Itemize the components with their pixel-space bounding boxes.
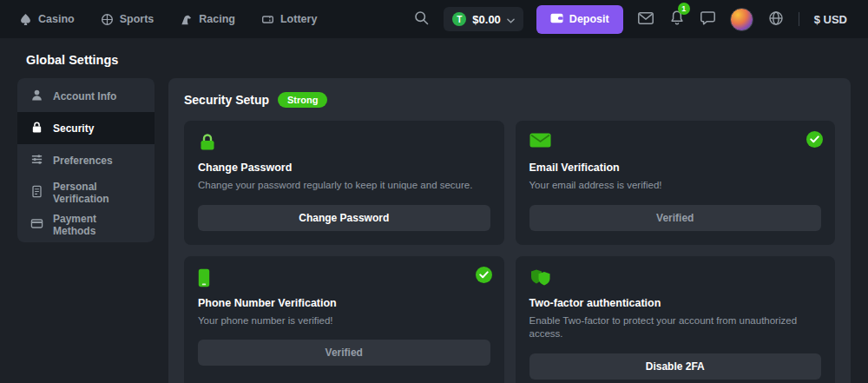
wallet-balance-selector[interactable]: T $0.00: [444, 7, 523, 31]
tether-coin-icon: T: [452, 12, 466, 26]
search-button[interactable]: [412, 9, 431, 30]
topbar: Casino Sports Racing Lottery: [0, 0, 868, 38]
person-icon: [30, 89, 43, 104]
security-panel: Security Setup Strong Change Password Ch…: [168, 78, 851, 383]
deposit-button[interactable]: Deposit: [536, 5, 623, 34]
card-description: Your email address is verified!: [529, 179, 822, 193]
card-title: Two-factor authentication: [529, 297, 822, 309]
shield-green-icon: [529, 268, 822, 287]
page-title: Global Settings: [26, 53, 868, 67]
inbox-button[interactable]: [636, 10, 655, 29]
casino-icon: [19, 13, 32, 26]
card-description: Change your password regularly to keep i…: [198, 179, 490, 193]
panel-header: Security Setup Strong: [184, 92, 835, 108]
lottery-icon: [261, 13, 274, 26]
security-cards: Change Password Change your password reg…: [184, 121, 835, 383]
topbar-right: T $0.00 Deposit 1: [412, 5, 849, 34]
lock-icon: [30, 121, 43, 136]
card-title: Change Password: [198, 162, 490, 174]
user-avatar[interactable]: [730, 8, 753, 31]
chat-icon: [700, 11, 715, 28]
email-verified-button[interactable]: Verified: [529, 205, 822, 231]
sidebar-item-security[interactable]: Security: [17, 112, 155, 144]
phone-green-icon: [198, 268, 490, 287]
email-verification-card: Email Verification Your email address is…: [516, 121, 836, 245]
main-nav: Casino Sports Racing Lottery: [19, 13, 317, 26]
sidebar-item-account-info[interactable]: Account Info: [17, 80, 155, 112]
search-icon: [414, 10, 429, 28]
nav-item-racing[interactable]: Racing: [180, 13, 235, 26]
sidebar-item-personal-verification[interactable]: Personal Verification: [17, 176, 155, 208]
envelope-green-icon: [529, 133, 822, 152]
verified-check-icon: [476, 267, 492, 283]
sidebar-item-preferences[interactable]: Preferences: [17, 144, 155, 176]
card-description: Your phone number is verified!: [198, 314, 490, 328]
verified-check-icon: [806, 131, 823, 148]
notifications-button[interactable]: 1: [668, 9, 686, 30]
sidebar-item-payment-methods[interactable]: Payment Methods: [17, 208, 155, 241]
phone-verification-card: Phone Number Verification Your phone num…: [184, 256, 504, 383]
card-icon: [30, 217, 43, 233]
notification-badge: 1: [678, 3, 690, 15]
strength-badge: Strong: [278, 92, 327, 108]
card-title: Phone Number Verification: [198, 297, 490, 309]
sports-icon: [101, 13, 114, 26]
change-password-card: Change Password Change your password reg…: [184, 121, 504, 245]
nav-item-casino[interactable]: Casino: [19, 13, 75, 26]
racing-icon: [180, 13, 193, 26]
currency-selector[interactable]: $ USD: [812, 11, 849, 28]
phone-verified-button[interactable]: Verified: [198, 340, 490, 366]
lock-green-icon: [198, 133, 490, 152]
change-password-button[interactable]: Change Password: [198, 205, 490, 231]
two-factor-card: Two-factor authentication Enable Two-fac…: [516, 256, 836, 383]
settings-sidebar: Account Info Security Preferences Person…: [17, 78, 155, 242]
nav-item-lottery[interactable]: Lottery: [261, 13, 317, 26]
card-title: Email Verification: [529, 162, 822, 174]
nav-item-sports[interactable]: Sports: [101, 13, 155, 26]
chevron-down-icon: [507, 13, 515, 26]
card-description: Enable Two-factor to protect your accoun…: [529, 314, 822, 341]
settings-content: Account Info Security Preferences Person…: [0, 78, 868, 383]
panel-title: Security Setup: [184, 93, 269, 107]
globe-icon: [768, 10, 784, 29]
balance-amount: $0.00: [472, 13, 501, 26]
disable-2fa-button[interactable]: Disable 2FA: [529, 353, 822, 380]
mail-icon: [638, 12, 654, 27]
chat-button[interactable]: [699, 10, 717, 30]
document-icon: [30, 185, 43, 201]
language-button[interactable]: [766, 9, 786, 30]
sliders-icon: [30, 153, 43, 168]
divider: [799, 12, 799, 26]
wallet-icon: [550, 13, 563, 26]
